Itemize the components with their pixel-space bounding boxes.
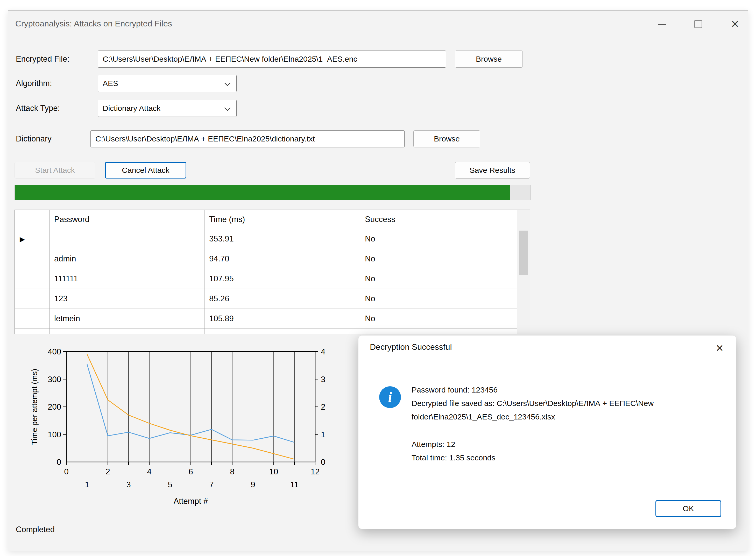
svg-text:2: 2 (321, 403, 325, 411)
row-selector-cell[interactable]: ▶ (15, 229, 49, 249)
svg-text:Attempt #: Attempt # (174, 497, 208, 506)
svg-text:4: 4 (147, 467, 151, 476)
browse-encrypted-file-button[interactable]: Browse (455, 50, 523, 68)
password-cell[interactable]: letmein (49, 309, 205, 329)
info-icon: i (379, 386, 401, 408)
svg-text:200: 200 (48, 403, 61, 411)
maximize-icon (694, 20, 702, 28)
row-selector-cell[interactable] (15, 269, 49, 289)
start-attack-button[interactable]: Start Attack (14, 162, 95, 178)
password-cell[interactable]: password (49, 229, 205, 249)
success-cell[interactable] (360, 329, 517, 334)
results-grid: Password Time (ms) Success ▶ password 35… (15, 210, 517, 334)
dialog-file-saved-line: Decrypted file saved as: C:\Users\User\D… (412, 397, 726, 424)
dialog-close-button[interactable]: ✕ (712, 341, 727, 356)
svg-text:8: 8 (230, 467, 234, 476)
table-row[interactable]: admin 94.70 No (15, 249, 517, 269)
password-cell[interactable]: 111111 (49, 269, 205, 289)
svg-text:100: 100 (48, 430, 61, 439)
table-row[interactable]: 111111 107.95 No (15, 269, 517, 289)
success-cell[interactable]: No (360, 229, 517, 249)
dictionary-label: Dictionary (16, 130, 51, 147)
save-results-button[interactable]: Save Results (455, 162, 530, 178)
row-selector-cell[interactable] (15, 249, 49, 269)
maximize-button[interactable] (690, 16, 707, 32)
svg-text:3: 3 (321, 375, 325, 384)
app-window: Cryptoanalysis: Attacks on Encrypted Fil… (8, 10, 748, 551)
chevron-down-icon (224, 105, 231, 111)
algorithm-selected-value: AES (103, 79, 118, 88)
time-cell[interactable] (205, 329, 360, 334)
table-scrollbar[interactable] (517, 210, 530, 334)
time-cell[interactable]: 105.89 (205, 309, 360, 329)
svg-text:5: 5 (168, 480, 172, 489)
algorithm-select[interactable]: AES (98, 75, 237, 92)
minimize-button[interactable] (654, 16, 670, 32)
time-cell[interactable]: 85.26 (205, 289, 360, 309)
success-column-header[interactable]: Success (360, 210, 517, 229)
svg-text:10: 10 (269, 467, 278, 476)
dialog-password-found-line: Password found: 123456 (412, 383, 726, 397)
dialog-close-icon: ✕ (716, 343, 724, 354)
chevron-down-icon (224, 80, 231, 86)
dialog-title: Decryption Successful (370, 342, 452, 352)
table-row[interactable]: ▶ password 353.91 No (15, 229, 517, 249)
password-cell[interactable]: 123 (49, 289, 205, 309)
minimize-icon (658, 24, 666, 25)
scrollbar-thumb[interactable] (519, 231, 528, 275)
cancel-attack-button[interactable]: Cancel Attack (105, 162, 186, 178)
svg-text:12: 12 (311, 467, 319, 476)
attack-type-label: Attack Type: (16, 100, 60, 117)
svg-text:7: 7 (209, 480, 213, 489)
row-selector-cell[interactable] (15, 289, 49, 309)
svg-text:300: 300 (48, 375, 61, 384)
svg-text:1: 1 (321, 430, 325, 439)
progress-fill (15, 185, 510, 200)
success-cell[interactable]: No (360, 289, 517, 309)
selected-row-arrow-icon: ▶ (20, 235, 25, 243)
time-cell[interactable]: 94.70 (205, 249, 360, 269)
password-column-header[interactable]: Password (49, 210, 205, 229)
svg-text:0: 0 (57, 457, 61, 466)
progress-bar (14, 185, 531, 200)
browse-dictionary-button[interactable]: Browse (413, 130, 480, 147)
table-row[interactable]: letmein 105.89 No (15, 309, 517, 329)
status-text: Completed (16, 525, 55, 534)
time-cell[interactable]: 107.95 (205, 269, 360, 289)
svg-text:3: 3 (126, 480, 131, 489)
time-column-header[interactable]: Time (ms) (205, 210, 360, 229)
row-selector-cell[interactable] (15, 309, 49, 329)
encrypted-file-input[interactable]: C:\Users\User\Desktop\ЕЛМА + ЕЕПЕС\New f… (98, 50, 446, 68)
success-cell[interactable]: No (360, 269, 517, 289)
svg-text:1: 1 (85, 480, 89, 489)
svg-text:Time per attempt (ms): Time per attempt (ms) (30, 369, 39, 445)
svg-text:6: 6 (188, 467, 193, 476)
attack-type-select[interactable]: Dictionary Attack (98, 100, 237, 117)
svg-text:400: 400 (48, 347, 61, 356)
results-table: Password Time (ms) Success ▶ password 35… (14, 210, 530, 334)
close-button[interactable]: ✕ (727, 16, 743, 32)
svg-text:11: 11 (290, 480, 299, 489)
svg-text:9: 9 (251, 480, 255, 489)
svg-text:4: 4 (321, 347, 325, 356)
success-cell[interactable]: No (360, 249, 517, 269)
close-icon: ✕ (731, 19, 740, 29)
table-row[interactable]: 123 85.26 No (15, 289, 517, 309)
row-selector-cell[interactable] (15, 329, 49, 334)
svg-text:0: 0 (64, 467, 68, 476)
svg-text:2: 2 (105, 467, 110, 476)
svg-text:0: 0 (321, 457, 325, 466)
table-header-row: Password Time (ms) Success (15, 210, 517, 229)
window-title: Cryptoanalysis: Attacks on Encrypted Fil… (15, 11, 172, 37)
attack-type-selected-value: Dictionary Attack (103, 104, 161, 112)
encrypted-file-label: Encrypted File: (16, 50, 69, 68)
dictionary-input[interactable]: C:\Users\User\Desktop\ЕЛМА + ЕЕПЕС\Elna2… (91, 130, 405, 147)
table-row[interactable] (15, 329, 517, 334)
ok-button[interactable]: OK (655, 500, 721, 517)
success-cell[interactable]: No (360, 309, 517, 329)
dialog-total-time-line: Total time: 1.35 seconds (412, 451, 726, 464)
password-cell[interactable] (49, 329, 205, 334)
row-selector-header (15, 210, 49, 229)
password-cell[interactable]: admin (49, 249, 205, 269)
time-cell[interactable]: 353.91 (205, 229, 360, 249)
